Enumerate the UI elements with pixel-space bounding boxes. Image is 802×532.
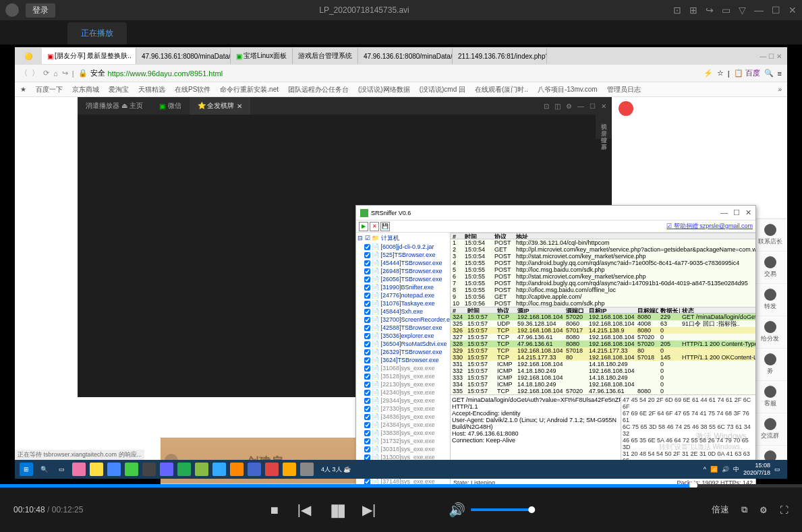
bookmark-item[interactable]: 百度一下 <box>36 85 63 94</box>
tree-item[interactable]: 📄 [32700]ScreenRecorder.exe <box>357 316 449 324</box>
tree-item[interactable]: 📄 [31068]sys_exe.exe <box>357 364 449 372</box>
http-row[interactable]: 115:0:54POSThttp://39.36.121.04/cql-bin/… <box>451 239 755 246</box>
rail-group[interactable]: 交流群 <box>753 413 787 446</box>
tree-item[interactable]: 📄 [26948]TSBrowser.exe <box>357 267 449 275</box>
tb-app-11[interactable] <box>248 463 261 476</box>
tray-ime-icon[interactable]: 中 <box>733 465 739 474</box>
tb-app-6[interactable] <box>160 463 173 476</box>
site-badge[interactable] <box>619 101 633 116</box>
stop-button[interactable]: ■ <box>270 502 279 518</box>
clock-time[interactable]: 15:08 <box>743 462 770 469</box>
search-icon[interactable]: 🔍 <box>764 69 774 78</box>
tree-item[interactable]: 📄 [24776]notepad.exe <box>357 291 449 299</box>
tb-app-10[interactable] <box>230 463 244 476</box>
bookmark-item[interactable]: 在线PS软件 <box>175 85 210 94</box>
win-share-icon[interactable]: ↪ <box>706 5 714 16</box>
http-row[interactable]: 1015:0:56POSThttp://loc.msg.baidu.com/sd… <box>451 300 755 307</box>
packet-row[interactable]: 32815:0:57TCP47.96.136.618080192.168.108… <box>451 341 755 347</box>
sniffer-min-icon[interactable]: — <box>720 208 728 217</box>
packet-row[interactable]: 33415:0:57ICMP14.18.180.249192.168.108.1… <box>451 381 755 388</box>
bookmark-item[interactable]: 管理员日志 <box>607 85 641 94</box>
sniffer-start-icon[interactable]: ▶ <box>359 222 368 231</box>
tray-up-icon[interactable]: ^ <box>704 466 706 473</box>
maximize-icon[interactable]: ☐ <box>772 5 780 16</box>
http-row[interactable]: 215:0:54GEThttp://pl.microviet.com/key_m… <box>451 246 755 253</box>
home-icon[interactable]: ⌂ <box>53 69 58 78</box>
packet-row[interactable]: 32515:0:57UDP59.36.128.1048060192.168.10… <box>451 320 755 327</box>
flash-icon[interactable]: ⚡ <box>704 69 713 78</box>
sniffer-stop-icon[interactable]: ✕ <box>370 222 379 231</box>
sniffer-max-icon[interactable]: ☐ <box>733 208 740 217</box>
tray-net-icon[interactable]: 📶 <box>710 466 718 473</box>
tree-item[interactable]: 📄 [36504]RsoMatSdtvi.exe <box>357 340 449 348</box>
tb-app-3[interactable] <box>107 463 121 476</box>
settings-icon[interactable]: ⚙ <box>760 505 768 515</box>
tree-item[interactable]: 📄 [26329]TSBrowser.exe <box>357 348 449 356</box>
tb-running[interactable]: 4人 3人 ☕ <box>321 465 351 474</box>
packet-row[interactable]: 33015:0:57TCP14.215.177.3380192.168.108.… <box>451 354 755 361</box>
browser-win-controls[interactable]: — ☐ ✕ <box>754 53 787 60</box>
bookmark-item[interactable]: 天猫精选 <box>138 85 165 94</box>
tb-app-13[interactable] <box>283 463 296 476</box>
volume-slider[interactable] <box>471 508 532 511</box>
url-input[interactable]: 🔒 安全 https://www.96dayu.com/8951.html <box>78 68 699 78</box>
browser-tab-5[interactable]: 211.149.136.76:81/index.php?cc <box>453 48 547 64</box>
tree-item[interactable]: 📄 [42588]TSBrowser.exe <box>357 324 449 332</box>
tree-item[interactable]: 📄 [26056]TSBrowser.exe <box>357 275 449 283</box>
rail-trade[interactable]: 交易 <box>753 252 787 284</box>
packet-row[interactable]: 33315:0:57ICMP192.168.108.10414.18.180.2… <box>451 374 755 381</box>
tb-app-9[interactable] <box>212 463 226 476</box>
packet-row[interactable]: 32415:0:57TCP192.168.108.10457020192.168… <box>451 314 755 320</box>
http-row[interactable]: 915:0:56GEThttp://captive.apple.com/ <box>451 293 755 300</box>
tree-item[interactable]: 📄 [22130]sys_exe.exe <box>357 380 449 388</box>
bookmark-item[interactable]: 团队远程办公任务台 <box>288 85 349 94</box>
bookmark-item[interactable]: 命令行重新安装.net <box>220 85 279 94</box>
fullscreen-icon[interactable]: ⛶ <box>780 505 789 515</box>
forward-icon[interactable]: 〉 <box>32 68 39 78</box>
tree-item[interactable]: 📄 [30318]sys_exe.exe <box>357 445 449 453</box>
emu-tab-player[interactable]: 消遣播放器 ⏏ 主页 <box>78 97 151 115</box>
tb-app-8[interactable] <box>195 463 208 476</box>
reload-icon[interactable]: ⟳ <box>43 69 49 78</box>
packet-row[interactable]: 32615:0:57TCP192.168.108.1045701714.215.… <box>451 327 755 334</box>
http-row[interactable]: 415:0:55POSThttp://android.bugly.qq.com/… <box>451 260 755 266</box>
prev-button[interactable]: |◀ <box>297 502 311 518</box>
tb-app-12[interactable] <box>265 463 279 476</box>
rail-dist[interactable]: 给分发 <box>753 316 787 349</box>
tree-item[interactable]: 📄 [45844]Sxh.exe <box>357 307 449 316</box>
rail-support[interactable]: 客服 <box>753 381 787 413</box>
pause-button[interactable]: ▮▮ <box>330 500 343 521</box>
http-row[interactable]: 615:0:55POSThttp://stat.microviet.com/ke… <box>451 273 755 280</box>
sniffer-http-list[interactable]: 115:0:54POSThttp://39.36.121.04/cql-bin/… <box>451 239 755 307</box>
tab-now-playing[interactable]: 正在播放 <box>67 22 127 45</box>
volume-icon[interactable]: 🔊 <box>449 502 465 518</box>
tree-item[interactable]: 📄 [31990]BSnifter.exe <box>357 283 449 291</box>
tray-vol-icon[interactable]: 🔊 <box>722 466 729 473</box>
tb-app-5[interactable] <box>142 463 156 476</box>
bookmark-item[interactable]: 八爷项目-13mv.com <box>538 85 598 94</box>
sniffer-titlebar[interactable]: SRSniffer V0.6 —☐✕ <box>356 206 755 220</box>
browser-tab-4[interactable]: 47.96.136.61:8080/minaData/log <box>358 48 453 64</box>
bookmark-item[interactable]: (没话说)网络数据 <box>358 85 410 94</box>
bookmark-item[interactable]: (没话说)cmd 回 <box>420 85 465 94</box>
tree-root[interactable]: ⊟ ☑ 📁 计算机 <box>357 234 449 243</box>
back-icon[interactable]: 〈 <box>20 68 28 78</box>
ext-icon[interactable]: ↪ <box>62 69 68 78</box>
http-row[interactable]: 515:0:55POSThttp://loc.msg.baidu.com/sdk… <box>451 266 755 273</box>
win-folder-icon[interactable]: ▭ <box>722 5 731 16</box>
sniffer-close-icon[interactable]: ✕ <box>745 208 751 217</box>
tree-item[interactable]: 📄 [31076]Taskaye.exe <box>357 299 449 307</box>
packet-row[interactable]: 33515:0:57TCP192.168.108.1045702047.96.1… <box>451 388 755 394</box>
bookmark-item[interactable]: 在线观看(厦门时.. <box>475 85 528 94</box>
tb-app-4[interactable] <box>125 463 138 476</box>
sniffer-process-tree[interactable]: ⊟ ☑ 📁 计算机 📄 [6008]jd-cli-0.9.2.jar📄 [525… <box>356 233 451 484</box>
emu-min-icon[interactable]: ⊡ <box>544 102 549 110</box>
taskview-icon[interactable]: ▭ <box>55 463 68 476</box>
tb-app-7[interactable] <box>177 463 191 476</box>
packet-row[interactable]: 33215:0:57ICMP14.18.180.249192.168.108.1… <box>451 367 755 374</box>
sniffer-save-icon[interactable]: 💾 <box>380 222 390 231</box>
win-menu-icon[interactable]: ▽ <box>739 5 746 16</box>
rail-coupon[interactable]: 劵 <box>753 349 787 381</box>
minimize-icon[interactable]: — <box>754 5 764 16</box>
http-row[interactable]: 315:0:54POSThttp://stat.microviet.com/ke… <box>451 253 755 260</box>
